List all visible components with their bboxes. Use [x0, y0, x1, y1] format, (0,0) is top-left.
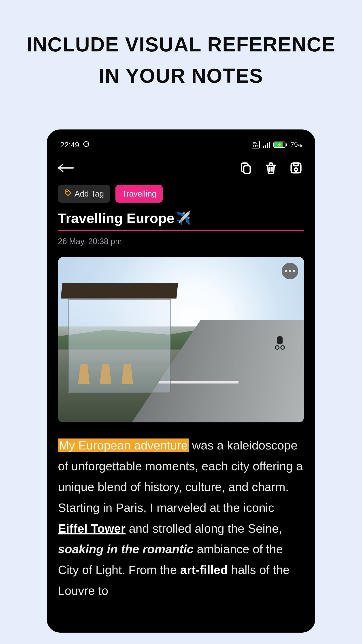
delete-button[interactable] [263, 160, 279, 176]
back-button[interactable] [58, 160, 74, 176]
battery-percent: 79% [290, 141, 302, 148]
add-tag-label: Add Tag [75, 189, 104, 198]
svg-point-0 [84, 141, 89, 146]
status-time: 22:49 [60, 140, 79, 149]
clock-icon [83, 140, 90, 149]
svg-rect-2 [244, 166, 250, 173]
action-bar [47, 151, 315, 180]
underlined-eiffel: Eiffel Tower [58, 522, 126, 535]
status-bar: 22:49 VoLTE ⚡ 79% [47, 138, 315, 151]
svg-point-7 [66, 191, 67, 192]
highlighted-text: My European adventure [58, 438, 189, 452]
image-more-button[interactable] [282, 263, 298, 279]
tag-travelling[interactable]: Travelling [115, 185, 163, 202]
promo-line2: IN YOUR NOTES [18, 60, 344, 92]
copy-button[interactable] [238, 160, 254, 176]
note-image[interactable] [58, 257, 304, 422]
battery-indicator: ⚡ [273, 142, 287, 148]
promo-heading: INCLUDE VISUAL REFERENCE IN YOUR NOTES [0, 0, 362, 92]
tags-row: Add Tag Travelling [47, 180, 315, 202]
tag-icon [64, 189, 72, 198]
add-tag-button[interactable]: Add Tag [58, 185, 110, 202]
note-title-text: Travelling Europe [58, 210, 174, 226]
tag-label: Travelling [122, 189, 156, 198]
promo-line1: INCLUDE VISUAL REFERENCE [18, 29, 344, 60]
bold-artfilled: art-filled [180, 563, 228, 576]
status-left: 22:49 [60, 140, 90, 149]
italic-romantic: soaking in the romantic [58, 542, 194, 556]
airplane-emoji: ✈️ [176, 211, 191, 226]
status-right: VoLTE ⚡ 79% [252, 141, 302, 148]
svg-point-6 [294, 168, 298, 171]
signal-icon [263, 142, 270, 148]
note-date: 26 May, 20:38 pm [47, 231, 315, 246]
note-title[interactable]: Travelling Europe✈️ [58, 210, 304, 231]
volte-indicator: VoLTE [252, 141, 259, 148]
save-button[interactable] [288, 160, 304, 176]
note-body[interactable]: My European adventure was a kaleidoscope… [47, 422, 315, 601]
phone-frame: 22:49 VoLTE ⚡ 79% [47, 130, 315, 632]
